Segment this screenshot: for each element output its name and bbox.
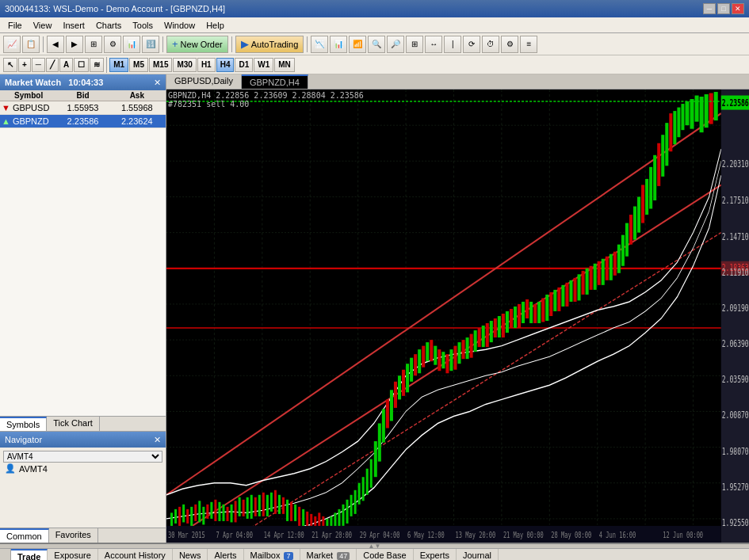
left-panel: Market Watch 10:04:33 ✕ Symbol Bid Ask ▼… — [0, 74, 166, 543]
menu-help[interactable]: Help — [201, 20, 229, 31]
chart-canvas[interactable]: GBPNZD,H4 2.22856 2.23609 2.28804 2.2358… — [166, 90, 749, 543]
menu-file[interactable]: File — [3, 20, 27, 31]
nav-close-button[interactable]: ✕ — [154, 435, 161, 445]
term-tab-experts[interactable]: Experts — [414, 549, 457, 560]
svg-text:1.98070: 1.98070 — [722, 445, 749, 456]
mw-close-button[interactable]: ✕ — [154, 78, 161, 88]
svg-rect-89 — [410, 358, 413, 382]
tb-chart2[interactable]: 📊 — [330, 36, 347, 53]
tb-options2-btn[interactable]: 📊 — [123, 36, 140, 53]
nav-content: AVMT4 👤 AVMT4 — [0, 448, 166, 528]
tb-new-chart-btn[interactable]: 📈 — [3, 36, 21, 53]
ct-line1-btn[interactable]: ─ — [32, 58, 45, 72]
svg-rect-59 — [290, 502, 292, 521]
tb-templates-btn[interactable]: 📋 — [22, 36, 40, 53]
tb-misc[interactable]: ≡ — [520, 36, 537, 53]
svg-rect-127 — [561, 285, 564, 307]
svg-rect-138 — [606, 257, 609, 280]
mw-row-gbpusd[interactable]: ▼ GBPUSD 1.55953 1.55968 — [0, 101, 166, 115]
chart-info: GBPNZD,H4 2.22856 2.23609 2.28804 2.2358… — [168, 91, 364, 109]
svg-rect-91 — [418, 349, 421, 373]
minimize-button[interactable]: ─ — [703, 3, 716, 14]
chart-tabs: GBPUSD,Daily GBPNZD,H4 — [166, 74, 749, 90]
tb-options3-btn[interactable]: 🔢 — [142, 36, 159, 53]
nav-account-select[interactable]: AVMT4 — [3, 451, 162, 463]
menu-insert[interactable]: Insert — [58, 20, 90, 31]
new-order-button[interactable]: + New Order — [166, 36, 228, 53]
ct-text-btn[interactable]: A — [59, 58, 73, 72]
term-tab-mailbox[interactable]: Mailbox 7 — [244, 549, 300, 560]
tb-autoscroll[interactable]: ↔ — [425, 36, 442, 53]
term-tab-account-history[interactable]: Account History — [98, 549, 173, 560]
svg-rect-123 — [545, 295, 548, 321]
chart-tab-gbpnzd-h4[interactable]: GBPNZD,H4 — [242, 74, 308, 89]
ct-crosshair-btn[interactable]: + — [18, 58, 31, 72]
ct-line2-btn[interactable]: ╱ — [46, 58, 59, 72]
ct-cursor-btn[interactable]: ↖ — [3, 58, 17, 72]
tb-chart1[interactable]: 📉 — [311, 36, 328, 53]
nav-tab-favorites[interactable]: Favorites — [49, 528, 98, 543]
ct-m15-btn[interactable]: M15 — [149, 58, 172, 72]
menu-window[interactable]: Window — [159, 20, 200, 31]
tb-timer[interactable]: ⏱ — [482, 36, 499, 53]
term-tab-market[interactable]: Market 47 — [300, 549, 357, 560]
term-tab-alerts[interactable]: Alerts — [208, 549, 243, 560]
tb-grid[interactable]: ⊞ — [406, 36, 423, 53]
tb-chart3[interactable]: 📶 — [349, 36, 366, 53]
close-button[interactable]: ✕ — [732, 3, 744, 14]
ct-m30-btn[interactable]: M30 — [173, 58, 196, 72]
maximize-button[interactable]: □ — [717, 3, 730, 14]
svg-rect-40 — [214, 500, 216, 521]
tb-zoom-out[interactable]: 🔎 — [387, 36, 404, 53]
svg-rect-38 — [206, 505, 208, 519]
svg-rect-82 — [382, 409, 385, 442]
term-tab-codebase[interactable]: Code Base — [357, 549, 413, 560]
svg-text:2.11910: 2.11910 — [722, 266, 749, 277]
tb-period-sep[interactable]: | — [444, 36, 461, 53]
ct-textbox-btn[interactable]: ☐ — [74, 58, 89, 72]
svg-rect-161 — [700, 97, 704, 132]
ct-m1-btn[interactable]: M1 — [109, 58, 128, 72]
menu-view[interactable]: View — [29, 20, 57, 31]
nav-item-account[interactable]: 👤 AVMT4 — [3, 463, 162, 474]
svg-rect-96 — [438, 349, 441, 371]
tb-settings[interactable]: ⚙ — [501, 36, 518, 53]
menu-charts[interactable]: Charts — [91, 20, 126, 31]
tb-forward-btn[interactable]: ▶ — [66, 36, 83, 53]
tb-indicator[interactable]: ⟳ — [463, 36, 480, 53]
term-tab-news[interactable]: News — [173, 549, 208, 560]
term-tab-journal[interactable]: Journal — [457, 549, 499, 560]
nav-tab-common[interactable]: Common — [0, 528, 49, 543]
svg-text:12 Jun 00:00: 12 Jun 00:00 — [663, 531, 703, 540]
tb-options1-btn[interactable]: ⚙ — [104, 36, 121, 53]
ct-h4-btn[interactable]: H4 — [216, 58, 235, 72]
mw-row-gbpnzd[interactable]: ▲ GBPNZD 2.23586 2.23624 — [0, 115, 166, 128]
ct-m5-btn[interactable]: M5 — [129, 58, 148, 72]
svg-rect-106 — [478, 328, 481, 347]
ct-fibonacci-btn[interactable]: ≋ — [90, 58, 104, 72]
chart-tab-gbpusd-daily[interactable]: GBPUSD,Daily — [166, 74, 242, 89]
tb-zoom-in[interactable]: 🔍 — [368, 36, 385, 53]
svg-text:13 May 20:00: 13 May 20:00 — [455, 531, 495, 540]
mw-tab-tickchart[interactable]: Tick Chart — [47, 417, 100, 431]
mw-tab-symbols[interactable]: Symbols — [0, 417, 47, 431]
ct-w1-btn[interactable]: W1 — [254, 58, 273, 72]
terminal-body: Terminal Trade Exposure Account History … — [0, 549, 749, 560]
svg-rect-34 — [190, 507, 193, 526]
tb-back-btn[interactable]: ◀ — [47, 36, 64, 53]
svg-rect-134 — [590, 266, 593, 290]
term-tab-trade[interactable]: Trade — [11, 549, 48, 560]
svg-rect-97 — [441, 352, 445, 368]
svg-rect-120 — [533, 304, 537, 323]
ct-h1-btn[interactable]: H1 — [197, 58, 216, 72]
mw-columns: Symbol Bid Ask — [0, 90, 166, 101]
term-tab-exposure[interactable]: Exposure — [48, 549, 97, 560]
svg-rect-76 — [358, 483, 361, 505]
ct-d1-btn[interactable]: D1 — [235, 58, 253, 72]
svg-rect-151 — [657, 143, 660, 186]
ct-mn-btn[interactable]: MN — [274, 58, 295, 72]
menu-tools[interactable]: Tools — [128, 20, 158, 31]
autotrading-button[interactable]: ▶ AutoTrading — [235, 36, 304, 53]
tb-profiles-btn[interactable]: ⊞ — [85, 36, 102, 53]
nav-title: Navigator — [5, 435, 42, 444]
